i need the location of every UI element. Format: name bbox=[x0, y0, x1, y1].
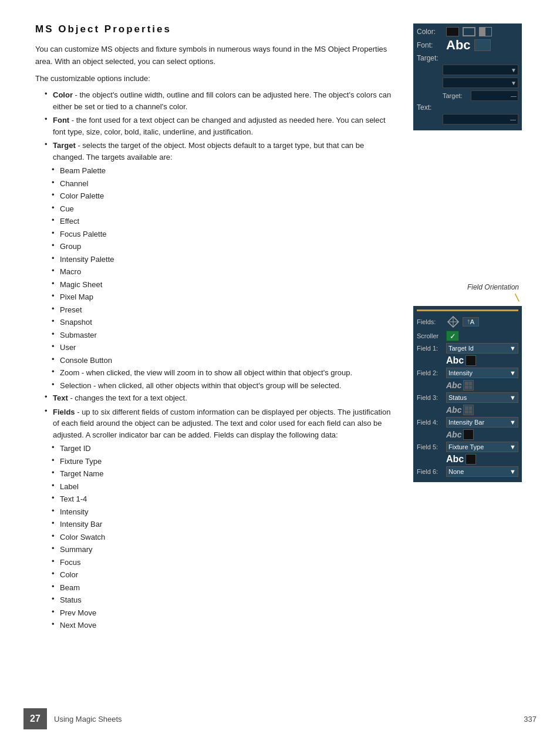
sub-item: •Summary bbox=[45, 544, 396, 556]
field3-color[interactable] bbox=[463, 405, 474, 415]
main-content: MS Object Properties You can customize M… bbox=[35, 23, 525, 632]
sub-item: •Magic Sheet bbox=[45, 279, 396, 291]
sub-item: •Preset bbox=[45, 304, 396, 316]
target-arrow-inner: — bbox=[511, 93, 517, 99]
text-row: Text: bbox=[417, 103, 518, 112]
target-field-row2: ▼ bbox=[417, 78, 518, 88]
bullet-text: • Text - changes the text for a text obj… bbox=[35, 392, 396, 404]
sub-item: •Intensity Palette bbox=[45, 254, 396, 265]
field3-abc-row: Abc bbox=[417, 405, 518, 415]
field1-abc: Abc bbox=[446, 355, 464, 366]
footer-page-number: 337 bbox=[524, 715, 537, 724]
page-title: MS Object Properties bbox=[35, 23, 396, 35]
font-dropdown[interactable] bbox=[474, 39, 491, 51]
sub-item: •Text 1-4 bbox=[45, 493, 396, 505]
color-swatch-outline[interactable] bbox=[463, 27, 475, 36]
fields-panel-label: Fields: bbox=[417, 318, 444, 325]
target-input-2[interactable]: ▼ bbox=[443, 78, 518, 88]
field2-label: Field 2: bbox=[417, 369, 444, 376]
chapter-number: 27 bbox=[30, 714, 41, 724]
field5-color[interactable] bbox=[465, 454, 476, 465]
term-font: Font bbox=[53, 116, 69, 124]
intro-paragraph2: The customizable options include: bbox=[35, 73, 396, 85]
sub-item: •Label bbox=[45, 481, 396, 493]
target-row: Target: bbox=[417, 54, 518, 62]
field4-row: Field 4: Intensity Bar ▼ bbox=[417, 417, 518, 428]
target-arrow-2: ▼ bbox=[511, 80, 517, 86]
field5-dropdown[interactable]: Fixture Type ▼ bbox=[446, 442, 518, 452]
target-inner-input[interactable]: — bbox=[471, 90, 518, 101]
intro-paragraph1: You can customize MS objects and fixture… bbox=[35, 43, 396, 68]
footer-chapter-text: Using Magic Sheets bbox=[54, 715, 122, 724]
color-swatch-black[interactable] bbox=[446, 27, 459, 36]
field3-row: Field 3: Status ▼ bbox=[417, 392, 518, 403]
field-orientation-btn[interactable]: †A bbox=[463, 317, 479, 327]
sub-item: •Color Palette bbox=[45, 190, 396, 202]
text-label: Text: bbox=[417, 103, 443, 112]
fields-panel: Fields: †A bbox=[413, 306, 522, 482]
fields-header-row: Fields: †A bbox=[417, 315, 518, 329]
field1-dropdown[interactable]: Target Id ▼ bbox=[446, 343, 518, 354]
text-input[interactable]: — bbox=[443, 114, 518, 124]
sub-item: •Color Swatch bbox=[45, 531, 396, 543]
field1-abc-row: Abc bbox=[417, 355, 518, 366]
field3-abc: Abc bbox=[446, 405, 461, 415]
page-footer: 27 Using Magic Sheets 337 bbox=[0, 708, 560, 729]
field6-dropdown[interactable]: None ▼ bbox=[446, 466, 518, 477]
sub-item: •Macro bbox=[45, 266, 396, 278]
target-arrow: ▼ bbox=[511, 67, 517, 73]
field1-color[interactable] bbox=[465, 355, 476, 366]
sub-item: •Zoom - when clicked, the view will zoom… bbox=[45, 367, 396, 379]
field2-color[interactable] bbox=[463, 380, 474, 391]
field4-dropdown[interactable]: Intensity Bar ▼ bbox=[446, 417, 518, 428]
sub-item: •Pixel Map bbox=[45, 291, 396, 303]
bullet-font: • Font - the font used for a text object… bbox=[35, 115, 396, 137]
field-orientation-label: Field Orientation \ bbox=[407, 283, 519, 305]
field4-abc: Abc bbox=[446, 430, 461, 439]
page-number-box: 27 bbox=[23, 708, 47, 729]
sub-item: •Target ID bbox=[45, 443, 396, 455]
left-content: MS Object Properties You can customize M… bbox=[35, 23, 407, 632]
sub-item: •User bbox=[45, 342, 396, 354]
sub-item: •Group bbox=[45, 241, 396, 253]
sub-item: •Intensity bbox=[45, 506, 396, 518]
bullet-font-text: Font - the font used for a text object c… bbox=[53, 115, 396, 137]
field2-dropdown[interactable]: Intensity ▼ bbox=[446, 368, 518, 378]
font-label: Font: bbox=[417, 41, 443, 49]
sub-item: •Focus bbox=[45, 557, 396, 568]
bullet-color: • Color - the object's outline width, ou… bbox=[35, 89, 396, 112]
text-input-arrow: — bbox=[510, 116, 516, 123]
sub-item: •Focus Palette bbox=[45, 228, 396, 240]
target-sublabel-row: Target: — bbox=[417, 90, 518, 101]
field5-row: Field 5: Fixture Type ▼ bbox=[417, 442, 518, 452]
field-orientation-icon[interactable] bbox=[446, 315, 460, 329]
sub-item: •Channel bbox=[45, 178, 396, 190]
font-abc: Abc bbox=[446, 39, 471, 52]
field5-abc: Abc bbox=[446, 454, 464, 465]
bullet-dot-font: • bbox=[45, 115, 53, 137]
scroller-checkbox[interactable]: ✓ bbox=[446, 331, 459, 341]
sub-item: •Status bbox=[45, 594, 396, 606]
field1-label: Field 1: bbox=[417, 345, 444, 352]
field3-dropdown[interactable]: Status ▼ bbox=[446, 392, 518, 403]
target-input-1[interactable]: ▼ bbox=[443, 65, 518, 75]
scroller-row: Scroller ✓ bbox=[417, 331, 518, 341]
orange-line bbox=[417, 309, 518, 311]
field2-row: Field 2: Intensity ▼ bbox=[417, 368, 518, 378]
color-swatch-half[interactable] bbox=[479, 27, 492, 36]
field2-abc: Abc bbox=[446, 381, 461, 390]
term-color: Color bbox=[53, 90, 73, 99]
sub-item: •Console Button bbox=[45, 355, 396, 366]
target-label: Target: bbox=[417, 54, 443, 62]
field4-color[interactable] bbox=[463, 429, 474, 440]
field5-label: Field 5: bbox=[417, 443, 444, 450]
bullet-fields-text: Fields - up to six different fields of c… bbox=[53, 406, 396, 441]
sub-item: •Beam Palette bbox=[45, 165, 396, 177]
bullet-fields: • Fields - up to six different fields of… bbox=[35, 406, 396, 441]
sub-item: •Effect bbox=[45, 216, 396, 227]
term-target: Target bbox=[53, 141, 76, 150]
properties-panel: Color: Font: Abc Target: bbox=[413, 23, 522, 130]
field6-label: Field 6: bbox=[417, 468, 444, 475]
sub-item: •Submaster bbox=[45, 329, 396, 341]
field2-abc-row: Abc bbox=[417, 380, 518, 391]
